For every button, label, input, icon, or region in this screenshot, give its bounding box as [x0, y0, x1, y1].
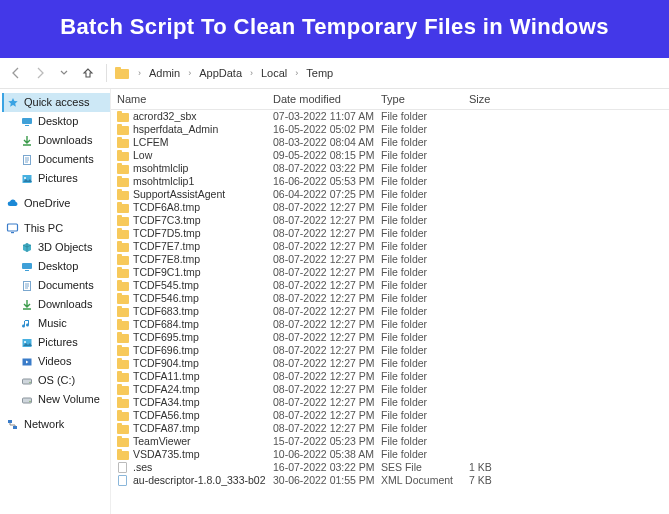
file-row[interactable]: TCDFA11.tmp08-07-2022 12:27 PMFile folde… [111, 370, 669, 383]
sidebar-item[interactable]: Videos [16, 352, 110, 371]
file-type: File folder [381, 279, 469, 292]
history-dropdown-button[interactable] [54, 63, 74, 83]
column-header-date[interactable]: Date modified [273, 93, 381, 105]
sidebar-item-label: Videos [38, 354, 71, 369]
folder-icon [117, 384, 129, 395]
file-name: TCDFA24.tmp [133, 383, 200, 396]
file-name: TCDF546.tmp [133, 292, 199, 305]
file-name: TeamViewer [133, 435, 191, 448]
svg-rect-5 [8, 224, 18, 231]
file-row[interactable]: TCDF7D5.tmp08-07-2022 12:27 PMFile folde… [111, 227, 669, 240]
file-row[interactable]: msohtmlclip08-07-2022 03:22 PMFile folde… [111, 162, 669, 175]
file-row[interactable]: TCDF545.tmp08-07-2022 12:27 PMFile folde… [111, 279, 669, 292]
file-name: TCDF7D5.tmp [133, 227, 201, 240]
sidebar-item[interactable]: 3D Objects [16, 238, 110, 257]
chevron-right-icon: › [293, 68, 300, 78]
file-name: TCDF545.tmp [133, 279, 199, 292]
objects3d-icon [20, 241, 33, 254]
downloads-icon [20, 298, 33, 311]
file-row[interactable]: TCDFA56.tmp08-07-2022 12:27 PMFile folde… [111, 409, 669, 422]
breadcrumb-segment[interactable]: Local [257, 65, 291, 81]
file-date: 08-07-2022 12:27 PM [273, 214, 381, 227]
file-date: 15-07-2022 05:23 PM [273, 435, 381, 448]
toolbar-separator [106, 64, 107, 82]
file-row[interactable]: TCDF7E7.tmp08-07-2022 12:27 PMFile folde… [111, 240, 669, 253]
file-row[interactable]: hsperfdata_Admin16-05-2022 05:02 PMFile … [111, 123, 669, 136]
file-row[interactable]: msohtmlclip116-06-2022 05:53 PMFile fold… [111, 175, 669, 188]
file-date: 08-03-2022 08:04 AM [273, 136, 381, 149]
music-icon [20, 317, 33, 330]
file-name: TCDF695.tmp [133, 331, 199, 344]
file-row[interactable]: TCDFA34.tmp08-07-2022 12:27 PMFile folde… [111, 396, 669, 409]
sidebar-item[interactable]: Music [16, 314, 110, 333]
breadcrumb[interactable]: › Admin › AppData › Local › Temp [136, 65, 337, 81]
folder-icon [117, 410, 129, 421]
sidebar-item[interactable]: Documents [16, 276, 110, 295]
sidebar-item-quick-access[interactable]: Quick access [2, 93, 110, 112]
file-type: File folder [381, 370, 469, 383]
file-row[interactable]: TCDF9C1.tmp08-07-2022 12:27 PMFile folde… [111, 266, 669, 279]
file-name: TCDFA34.tmp [133, 396, 200, 409]
back-button[interactable] [6, 63, 26, 83]
file-name: Low [133, 149, 152, 162]
folder-icon [117, 358, 129, 369]
disk-icon [20, 374, 33, 387]
forward-button[interactable] [30, 63, 50, 83]
sidebar-item-label: Quick access [24, 95, 89, 110]
file-row[interactable]: SupportAssistAgent06-04-2022 07:25 PMFil… [111, 188, 669, 201]
column-header-size[interactable]: Size [469, 93, 529, 105]
sidebar-item[interactable]: Downloads [16, 131, 110, 150]
file-name: TCDF904.tmp [133, 357, 199, 370]
breadcrumb-segment[interactable]: Temp [302, 65, 337, 81]
desktop-icon [20, 260, 33, 273]
file-row[interactable]: TCDF6A8.tmp08-07-2022 12:27 PMFile folde… [111, 201, 669, 214]
sidebar-item-label: OS (C:) [38, 373, 75, 388]
sidebar-item[interactable]: Desktop [16, 112, 110, 131]
file-row[interactable]: Low09-05-2022 08:15 PMFile folder [111, 149, 669, 162]
file-row[interactable]: TCDF904.tmp08-07-2022 12:27 PMFile folde… [111, 357, 669, 370]
sidebar-item[interactable]: Documents [16, 150, 110, 169]
file-row[interactable]: acrord32_sbx07-03-2022 11:07 AMFile fold… [111, 110, 669, 123]
file-row[interactable]: TeamViewer15-07-2022 05:23 PMFile folder [111, 435, 669, 448]
column-header-type[interactable]: Type [381, 93, 469, 105]
sidebar-item[interactable]: OS (C:) [16, 371, 110, 390]
sidebar-item[interactable]: Pictures [16, 333, 110, 352]
file-name: msohtmlclip [133, 162, 188, 175]
file-date: 08-07-2022 12:27 PM [273, 266, 381, 279]
file-row[interactable]: TCDF7C3.tmp08-07-2022 12:27 PMFile folde… [111, 214, 669, 227]
file-row[interactable]: VSDA735.tmp10-06-2022 05:38 AMFile folde… [111, 448, 669, 461]
sidebar-item[interactable]: Downloads [16, 295, 110, 314]
svg-rect-8 [25, 270, 29, 271]
breadcrumb-segment[interactable]: Admin [145, 65, 184, 81]
file-date: 08-07-2022 03:22 PM [273, 162, 381, 175]
breadcrumb-segment[interactable]: AppData [195, 65, 246, 81]
file-row[interactable]: TCDFA24.tmp08-07-2022 12:27 PMFile folde… [111, 383, 669, 396]
file-row[interactable]: TCDF683.tmp08-07-2022 12:27 PMFile folde… [111, 305, 669, 318]
file-type: File folder [381, 175, 469, 188]
file-row[interactable]: TCDF696.tmp08-07-2022 12:27 PMFile folde… [111, 344, 669, 357]
navigation-sidebar: Quick access DesktopDownloadsDocumentsPi… [0, 89, 111, 514]
file-row[interactable]: TCDFA87.tmp08-07-2022 12:27 PMFile folde… [111, 422, 669, 435]
file-row[interactable]: TCDF684.tmp08-07-2022 12:27 PMFile folde… [111, 318, 669, 331]
column-header-name[interactable]: Name [117, 93, 273, 105]
sidebar-item-onedrive[interactable]: OneDrive [2, 194, 110, 213]
folder-icon [117, 124, 129, 135]
sidebar-item[interactable]: Pictures [16, 169, 110, 188]
file-row[interactable]: TCDF7E8.tmp08-07-2022 12:27 PMFile folde… [111, 253, 669, 266]
svg-rect-15 [22, 398, 31, 403]
file-row[interactable]: LCFEM08-03-2022 08:04 AMFile folder [111, 136, 669, 149]
up-button[interactable] [78, 63, 98, 83]
file-row[interactable]: TCDF546.tmp08-07-2022 12:27 PMFile folde… [111, 292, 669, 305]
file-row[interactable]: .ses16-07-2022 03:22 PMSES File1 KB [111, 461, 669, 474]
svg-rect-0 [22, 118, 32, 124]
sidebar-item-this-pc[interactable]: This PC [2, 219, 110, 238]
file-row[interactable]: TCDF695.tmp08-07-2022 12:27 PMFile folde… [111, 331, 669, 344]
file-type: File folder [381, 396, 469, 409]
file-row[interactable]: au-descriptor-1.8.0_333-b0230-06-2022 01… [111, 474, 669, 487]
sidebar-item[interactable]: Desktop [16, 257, 110, 276]
sidebar-item[interactable]: New Volume [16, 390, 110, 409]
file-list-pane: Name Date modified Type Size acrord32_sb… [111, 89, 669, 514]
svg-rect-18 [13, 426, 17, 429]
folder-icon [117, 293, 129, 304]
sidebar-item-network[interactable]: Network [2, 415, 110, 434]
